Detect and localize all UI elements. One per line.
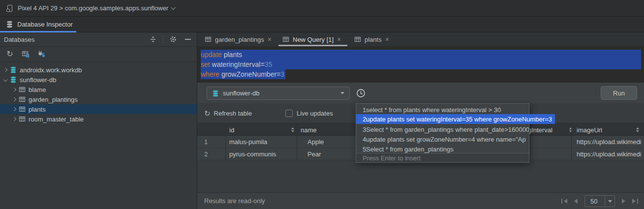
database-icon: [10, 76, 17, 83]
editor-tab-strip: garden_plantings × New Query [1] × plant…: [197, 32, 644, 46]
first-page-button[interactable]: [561, 199, 567, 204]
sql-line-3: where growZoneNumber=3: [201, 69, 285, 79]
column-header-id[interactable]: id: [229, 123, 234, 136]
tab-plants[interactable]: plants ×: [350, 32, 393, 46]
chevron-right-icon[interactable]: [12, 97, 16, 101]
database-select-value: sunflower-db: [223, 90, 337, 97]
column-header-image-url[interactable]: imageUrl: [577, 123, 602, 136]
sort-icon[interactable]: [291, 127, 294, 132]
database-icon: [6, 21, 13, 28]
refresh-table-button[interactable]: ↻ Refresh table: [204, 110, 252, 117]
column-header-name[interactable]: name: [301, 123, 317, 136]
next-page-button[interactable]: [622, 199, 625, 204]
table-icon: [282, 36, 289, 43]
tab-database-inspector[interactable]: Database Inspector: [17, 21, 73, 28]
history-item-2-selected[interactable]: 2.update plants set wateringInterval=35 …: [356, 114, 555, 124]
collapse-all-icon[interactable]: [148, 34, 158, 44]
read-only-message: Results are read-only: [204, 197, 265, 205]
previous-page-button[interactable]: [574, 199, 578, 204]
panel-title: Databases: [4, 36, 148, 43]
refresh-icon[interactable]: ↻: [5, 49, 15, 59]
history-item-5[interactable]: 5.Select * from garden_plantings: [356, 144, 529, 154]
chevron-down-icon[interactable]: [3, 78, 7, 82]
tool-window-tab-bar: Database Inspector: [0, 17, 644, 32]
active-editor-tab-underline: [278, 45, 347, 46]
chevron-right-icon[interactable]: [3, 68, 7, 72]
sort-icon[interactable]: [569, 127, 572, 132]
table-icon: [19, 96, 26, 103]
query-history-popup: 1.select * from plants where wateringInt…: [356, 103, 529, 163]
close-icon[interactable]: ×: [385, 36, 389, 43]
tree-item-blame[interactable]: blame: [0, 85, 197, 94]
page-size-value: 50: [585, 198, 605, 205]
history-item-4[interactable]: 4.update plants set growZoneNumber=4 whe…: [356, 134, 529, 144]
history-item-3[interactable]: 3.Select * from garden_plantings where p…: [356, 124, 529, 134]
sql-line-1: update plants: [201, 50, 641, 60]
keep-connections-open-icon[interactable]: [36, 49, 46, 59]
table-icon: [19, 106, 26, 113]
device-bar: Pixel 4 API 29 > com.google.samples.apps…: [0, 0, 644, 17]
database-inspector-window: Pixel 4 API 29 > com.google.samples.apps…: [0, 0, 644, 209]
tab-garden-plantings[interactable]: garden_plantings ×: [201, 32, 276, 46]
pagination-controls: 50: [561, 193, 638, 209]
tree-item-androidx-work-workdb[interactable]: androidx.work.workdb: [0, 65, 197, 75]
tree-item-sunflower-db[interactable]: sunflower-db: [0, 75, 197, 85]
tree-item-plants[interactable]: plants: [0, 104, 197, 114]
table-icon: [354, 36, 361, 43]
column-divider: [297, 123, 297, 160]
table-icon: [19, 86, 26, 93]
query-history-icon[interactable]: [355, 88, 366, 98]
sql-query-editor[interactable]: update plants set wateringInterval=35 wh…: [197, 46, 644, 83]
page-size-dropdown[interactable]: 50: [584, 195, 615, 207]
open-new-query-tab-icon[interactable]: [21, 49, 31, 59]
databases-panel: Databases ↻: [0, 32, 197, 209]
results-status-bar: Results are read-only 50: [197, 192, 644, 209]
chevron-down-icon[interactable]: [171, 5, 176, 10]
popup-footer-hint: Press Enter to insert: [356, 153, 529, 162]
database-select-dropdown[interactable]: sunflower-db: [207, 87, 350, 100]
device-icon: [6, 4, 14, 12]
databases-toolbar: ↻: [0, 47, 197, 62]
run-button[interactable]: Run: [601, 86, 637, 100]
hide-panel-icon[interactable]: [183, 34, 193, 44]
last-page-button[interactable]: [632, 199, 638, 204]
database-icon: [10, 66, 17, 73]
dropdown-arrow-icon: [340, 92, 344, 94]
column-divider: [571, 123, 572, 160]
sort-icon[interactable]: [636, 127, 639, 132]
table-icon: [205, 36, 212, 43]
device-process-selector-label[interactable]: Pixel 4 API 29 > com.google.samples.apps…: [18, 4, 168, 12]
close-icon[interactable]: ×: [268, 36, 272, 43]
chevron-right-icon[interactable]: [12, 88, 16, 91]
tree-item-room-master-table[interactable]: room_master_table: [0, 114, 197, 124]
tab-new-query-1[interactable]: New Query [1] ×: [278, 32, 345, 46]
history-item-1[interactable]: 1.select * from plants where wateringInt…: [356, 105, 529, 115]
active-tab-underline: [0, 31, 76, 32]
table-icon: [19, 116, 26, 122]
chevron-right-icon[interactable]: [12, 107, 16, 111]
close-icon[interactable]: ×: [337, 36, 341, 43]
gear-icon[interactable]: [168, 34, 178, 44]
sql-line-2: set wateringInterval=35: [201, 60, 641, 69]
chevron-right-icon[interactable]: [12, 117, 16, 121]
dropdown-arrow-icon: [608, 200, 612, 203]
database-icon: [212, 90, 219, 97]
column-divider: [225, 123, 226, 160]
refresh-icon: ↻: [204, 110, 211, 117]
databases-panel-header: Databases: [0, 32, 197, 47]
query-controls-row: sunflower-db Run: [197, 83, 644, 103]
live-updates-checkbox[interactable]: [285, 110, 293, 117]
live-updates-control[interactable]: Live updates: [285, 110, 333, 117]
tree-item-garden-plantings[interactable]: garden_plantings: [0, 94, 197, 104]
toolbar-divider: [163, 35, 163, 43]
